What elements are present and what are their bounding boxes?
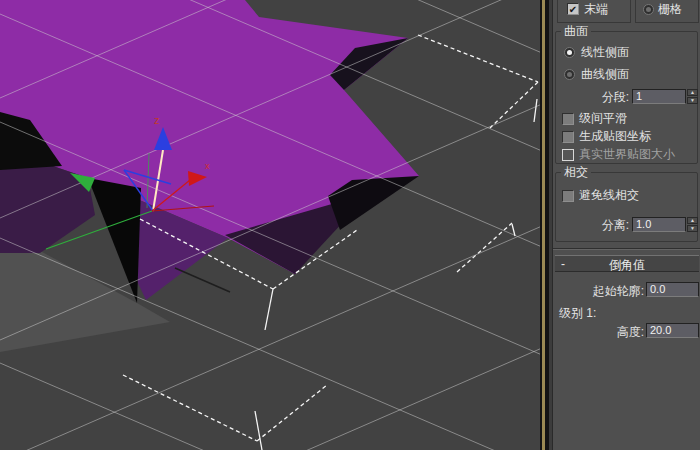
start-outline-field[interactable]: 0.0 (646, 282, 699, 297)
segments-field[interactable]: 1 (632, 89, 686, 104)
intersections-group: 相交 避免线相交 分离: 1.0 ▲ ▼ (555, 172, 698, 242)
height-label: 高度: (583, 325, 644, 339)
segments-spinner[interactable]: ▲ ▼ (687, 89, 698, 104)
spinner-down-icon[interactable]: ▼ (687, 225, 698, 232)
curved-sides-radio[interactable] (564, 69, 575, 80)
cap-type-group: 栅格 (635, 0, 699, 23)
generate-mapping-coords-label: 生成贴图坐标 (579, 129, 651, 143)
smooth-across-levels-label: 级间平滑 (579, 111, 627, 125)
linear-sides-radio[interactable] (564, 47, 575, 58)
viewport-canvas[interactable]: z x (0, 0, 540, 450)
rollout-separator (553, 248, 700, 250)
active-viewport-border (542, 0, 545, 450)
spinner-down-icon[interactable]: ▼ (687, 97, 698, 104)
spinner-up-icon[interactable]: ▲ (687, 217, 698, 224)
z-axis-label: z (154, 114, 160, 126)
caps-group: ✔ 末端 (557, 0, 631, 23)
command-panel: ✔ 末端 栅格 曲面 线性侧面 曲线侧面 分段: 1 ▲ ▼ 级间平滑 生 (552, 0, 700, 450)
real-world-map-size-label: 真实世界贴图大小 (579, 147, 675, 161)
surface-group-title: 曲面 (561, 24, 591, 38)
keep-lines-from-crossing-label: 避免线相交 (579, 188, 639, 202)
intersections-group-title: 相交 (561, 165, 591, 179)
end-checkbox-label: 末端 (584, 2, 608, 16)
surface-group: 曲面 线性侧面 曲线侧面 分段: 1 ▲ ▼ 级间平滑 生成贴图坐标 真实世界贴… (555, 31, 698, 164)
check-icon: ✔ (569, 4, 577, 15)
separation-label: 分离: (556, 218, 629, 232)
grid-radio-label: 栅格 (658, 2, 682, 16)
start-outline-label: 起始轮廓: (583, 284, 644, 298)
separation-spinner[interactable]: ▲ ▼ (687, 217, 698, 232)
bevel-values-rollout-header[interactable]: - 倒角值 (555, 255, 699, 272)
separation-field[interactable]: 1.0 (632, 217, 686, 232)
bevel-values-rollout-title: 倒角值 (555, 257, 699, 274)
generate-mapping-coords-checkbox[interactable] (562, 131, 574, 143)
end-checkbox[interactable]: ✔ (567, 3, 579, 15)
viewport-panel-divider[interactable] (540, 0, 552, 450)
linear-sides-label: 线性侧面 (581, 45, 629, 59)
perspective-viewport[interactable]: z x (0, 0, 540, 450)
smooth-across-levels-checkbox[interactable] (562, 113, 574, 125)
real-world-map-size-checkbox[interactable] (562, 149, 574, 161)
grid-radio[interactable] (643, 4, 654, 15)
spinner-up-icon[interactable]: ▲ (687, 89, 698, 96)
segments-label: 分段: (556, 90, 629, 104)
x-axis-label: x (205, 161, 210, 171)
curved-sides-label: 曲线侧面 (581, 67, 629, 81)
level1-label: 级别 1: (559, 306, 596, 320)
height-field[interactable]: 20.0 (646, 323, 699, 338)
keep-lines-from-crossing-checkbox[interactable] (562, 190, 574, 202)
application-window: z x ✔ 末端 栅格 曲面 线性侧面 曲线侧面 (0, 0, 700, 450)
